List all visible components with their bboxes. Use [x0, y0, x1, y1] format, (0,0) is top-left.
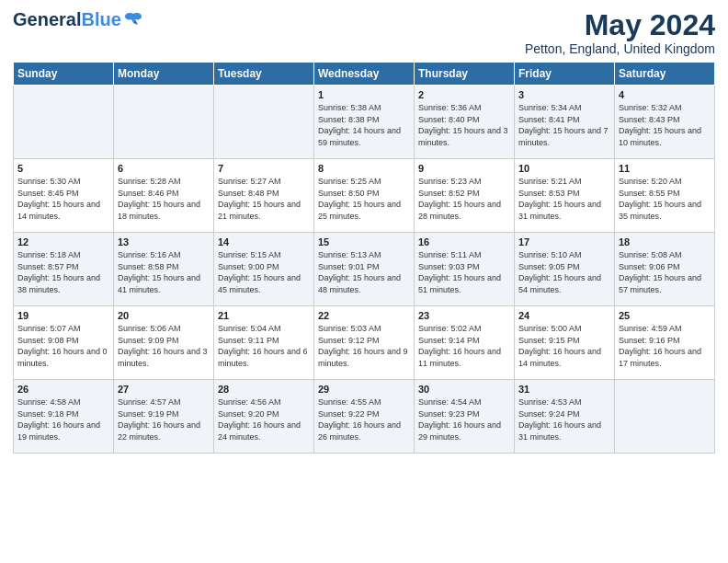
- week-row-1: 1Sunrise: 5:38 AM Sunset: 8:38 PM Daylig…: [14, 86, 715, 159]
- day-number: 19: [17, 310, 109, 321]
- day-number: 2: [418, 89, 510, 100]
- cell-info: Sunrise: 4:54 AM Sunset: 9:23 PM Dayligh…: [418, 396, 510, 442]
- day-number: 17: [518, 236, 610, 247]
- day-number: 16: [418, 236, 510, 247]
- cell-info: Sunrise: 5:32 AM Sunset: 8:43 PM Dayligh…: [619, 102, 711, 148]
- calendar-body: 1Sunrise: 5:38 AM Sunset: 8:38 PM Daylig…: [14, 86, 715, 454]
- title-block: May 2024 Petton, England, United Kingdom: [525, 9, 715, 56]
- calendar-cell: 23Sunrise: 5:02 AM Sunset: 9:14 PM Dayli…: [415, 306, 515, 380]
- calendar-cell: 21Sunrise: 5:04 AM Sunset: 9:11 PM Dayli…: [214, 306, 314, 380]
- cell-info: Sunrise: 5:30 AM Sunset: 8:45 PM Dayligh…: [17, 176, 109, 222]
- calendar-cell: 11Sunrise: 5:20 AM Sunset: 8:55 PM Dayli…: [615, 159, 715, 233]
- day-number: 30: [418, 384, 510, 395]
- day-number: 1: [318, 89, 410, 100]
- day-number: 23: [418, 310, 510, 321]
- cell-info: Sunrise: 5:38 AM Sunset: 8:38 PM Dayligh…: [318, 102, 410, 148]
- cell-info: Sunrise: 5:25 AM Sunset: 8:50 PM Dayligh…: [318, 176, 410, 222]
- day-number: 28: [218, 384, 310, 395]
- calendar-cell: 19Sunrise: 5:07 AM Sunset: 9:08 PM Dayli…: [14, 306, 114, 380]
- page-container: GeneralBlue May 2024 Petton, England, Un…: [0, 0, 728, 461]
- cell-info: Sunrise: 5:16 AM Sunset: 8:58 PM Dayligh…: [118, 249, 210, 295]
- cell-info: Sunrise: 5:07 AM Sunset: 9:08 PM Dayligh…: [17, 323, 109, 369]
- header-row: Sunday Monday Tuesday Wednesday Thursday…: [14, 63, 715, 86]
- cell-info: Sunrise: 5:00 AM Sunset: 9:15 PM Dayligh…: [518, 323, 610, 369]
- calendar-table: Sunday Monday Tuesday Wednesday Thursday…: [13, 62, 715, 454]
- calendar-cell: 14Sunrise: 5:15 AM Sunset: 9:00 PM Dayli…: [214, 233, 314, 306]
- calendar-cell: [14, 86, 114, 159]
- day-number: 20: [118, 310, 210, 321]
- main-title: May 2024: [525, 9, 715, 41]
- cell-info: Sunrise: 5:23 AM Sunset: 8:52 PM Dayligh…: [418, 176, 510, 222]
- week-row-5: 26Sunrise: 4:58 AM Sunset: 9:18 PM Dayli…: [14, 380, 715, 454]
- cell-info: Sunrise: 5:03 AM Sunset: 9:12 PM Dayligh…: [318, 323, 410, 369]
- day-number: 12: [17, 236, 109, 247]
- logo-blue: Blue: [81, 9, 120, 29]
- cell-info: Sunrise: 5:18 AM Sunset: 8:57 PM Dayligh…: [17, 249, 109, 295]
- calendar-cell: 7Sunrise: 5:27 AM Sunset: 8:48 PM Daylig…: [214, 159, 314, 233]
- calendar-cell: 10Sunrise: 5:21 AM Sunset: 8:53 PM Dayli…: [515, 159, 615, 233]
- cell-info: Sunrise: 5:06 AM Sunset: 9:09 PM Dayligh…: [118, 323, 210, 369]
- calendar-cell: 5Sunrise: 5:30 AM Sunset: 8:45 PM Daylig…: [14, 159, 114, 233]
- day-number: 13: [118, 236, 210, 247]
- day-number: 22: [318, 310, 410, 321]
- col-monday: Monday: [114, 63, 214, 86]
- header: GeneralBlue May 2024 Petton, England, Un…: [13, 9, 715, 56]
- day-number: 18: [619, 236, 711, 247]
- calendar-cell: 25Sunrise: 4:59 AM Sunset: 9:16 PM Dayli…: [615, 306, 715, 380]
- day-number: 27: [118, 384, 210, 395]
- calendar-cell: 2Sunrise: 5:36 AM Sunset: 8:40 PM Daylig…: [415, 86, 515, 159]
- cell-info: Sunrise: 4:59 AM Sunset: 9:16 PM Dayligh…: [619, 323, 711, 369]
- cell-info: Sunrise: 4:57 AM Sunset: 9:19 PM Dayligh…: [118, 396, 210, 442]
- day-number: 3: [518, 89, 610, 100]
- calendar-cell: 12Sunrise: 5:18 AM Sunset: 8:57 PM Dayli…: [14, 233, 114, 306]
- day-number: 7: [218, 163, 310, 174]
- col-wednesday: Wednesday: [314, 63, 415, 86]
- day-number: 5: [17, 163, 109, 174]
- calendar-cell: 29Sunrise: 4:55 AM Sunset: 9:22 PM Dayli…: [314, 380, 415, 454]
- calendar-cell: [615, 380, 715, 454]
- calendar-cell: 30Sunrise: 4:54 AM Sunset: 9:23 PM Dayli…: [415, 380, 515, 454]
- calendar-cell: 24Sunrise: 5:00 AM Sunset: 9:15 PM Dayli…: [515, 306, 615, 380]
- calendar-cell: 20Sunrise: 5:06 AM Sunset: 9:09 PM Dayli…: [114, 306, 214, 380]
- cell-info: Sunrise: 5:13 AM Sunset: 9:01 PM Dayligh…: [318, 249, 410, 295]
- cell-info: Sunrise: 4:58 AM Sunset: 9:18 PM Dayligh…: [17, 396, 109, 442]
- calendar-cell: 31Sunrise: 4:53 AM Sunset: 9:24 PM Dayli…: [515, 380, 615, 454]
- week-row-3: 12Sunrise: 5:18 AM Sunset: 8:57 PM Dayli…: [14, 233, 715, 306]
- cell-info: Sunrise: 5:20 AM Sunset: 8:55 PM Dayligh…: [619, 176, 711, 222]
- cell-info: Sunrise: 4:56 AM Sunset: 9:20 PM Dayligh…: [218, 396, 310, 442]
- cell-info: Sunrise: 5:21 AM Sunset: 8:53 PM Dayligh…: [518, 176, 610, 222]
- day-number: 15: [318, 236, 410, 247]
- calendar-cell: 16Sunrise: 5:11 AM Sunset: 9:03 PM Dayli…: [415, 233, 515, 306]
- calendar-cell: 18Sunrise: 5:08 AM Sunset: 9:06 PM Dayli…: [615, 233, 715, 306]
- cell-info: Sunrise: 5:08 AM Sunset: 9:06 PM Dayligh…: [619, 249, 711, 295]
- cell-info: Sunrise: 4:55 AM Sunset: 9:22 PM Dayligh…: [318, 396, 410, 442]
- col-tuesday: Tuesday: [214, 63, 314, 86]
- day-number: 31: [518, 384, 610, 395]
- calendar-cell: 17Sunrise: 5:10 AM Sunset: 9:05 PM Dayli…: [515, 233, 615, 306]
- subtitle: Petton, England, United Kingdom: [525, 41, 715, 56]
- day-number: 24: [518, 310, 610, 321]
- logo-general: General: [13, 9, 81, 29]
- calendar-cell: 9Sunrise: 5:23 AM Sunset: 8:52 PM Daylig…: [415, 159, 515, 233]
- cell-info: Sunrise: 5:02 AM Sunset: 9:14 PM Dayligh…: [418, 323, 510, 369]
- logo: GeneralBlue: [13, 9, 143, 30]
- col-saturday: Saturday: [615, 63, 715, 86]
- calendar-cell: 28Sunrise: 4:56 AM Sunset: 9:20 PM Dayli…: [214, 380, 314, 454]
- day-number: 8: [318, 163, 410, 174]
- cell-info: Sunrise: 5:36 AM Sunset: 8:40 PM Dayligh…: [418, 102, 510, 148]
- col-friday: Friday: [515, 63, 615, 86]
- day-number: 26: [17, 384, 109, 395]
- calendar-cell: 26Sunrise: 4:58 AM Sunset: 9:18 PM Dayli…: [14, 380, 114, 454]
- day-number: 4: [619, 89, 711, 100]
- week-row-2: 5Sunrise: 5:30 AM Sunset: 8:45 PM Daylig…: [14, 159, 715, 233]
- calendar-cell: 22Sunrise: 5:03 AM Sunset: 9:12 PM Dayli…: [314, 306, 415, 380]
- week-row-4: 19Sunrise: 5:07 AM Sunset: 9:08 PM Dayli…: [14, 306, 715, 380]
- calendar-cell: 13Sunrise: 5:16 AM Sunset: 8:58 PM Dayli…: [114, 233, 214, 306]
- day-number: 29: [318, 384, 410, 395]
- day-number: 11: [619, 163, 711, 174]
- cell-info: Sunrise: 5:11 AM Sunset: 9:03 PM Dayligh…: [418, 249, 510, 295]
- calendar-cell: 8Sunrise: 5:25 AM Sunset: 8:50 PM Daylig…: [314, 159, 415, 233]
- col-sunday: Sunday: [14, 63, 114, 86]
- day-number: 14: [218, 236, 310, 247]
- day-number: 10: [518, 163, 610, 174]
